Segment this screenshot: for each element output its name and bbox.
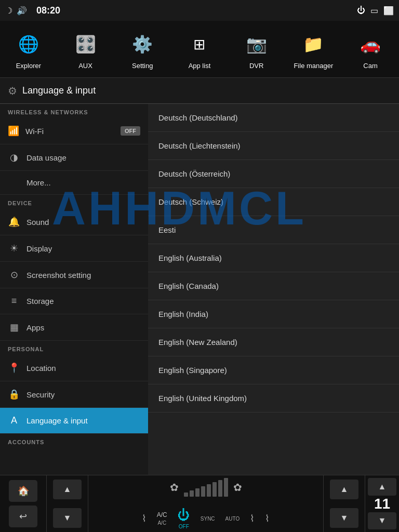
arrow-up-left[interactable]: ▲ [53, 480, 82, 499]
nav-buttons: 🏠 ↩ [0, 475, 47, 532]
power-label: OFF [179, 524, 189, 529]
security-label: Security [26, 390, 55, 399]
language-item-8[interactable]: English (New Zealand) [148, 328, 399, 356]
language-item-6[interactable]: English (Canada) [148, 272, 399, 300]
security-icon: 🔒 [8, 389, 20, 400]
filemanager-label: File manager [294, 62, 333, 70]
fan-left-icon: ✿ [170, 481, 179, 494]
bottom-bar: 🏠 ↩ ▲ ▼ ✿ ✿ ⌇ A/C [0, 475, 399, 532]
menu-item-language[interactable]: A Language & input [0, 408, 148, 434]
fan-bar-8 [224, 478, 228, 497]
sync-btn[interactable]: SYNC [201, 516, 215, 522]
menu-item-screenshot[interactable]: ⊙ Screenshot setting [0, 262, 148, 288]
speed-up-btn[interactable]: ▲ [368, 478, 396, 496]
datausage-label: Data usage [26, 153, 66, 162]
sync-label: SYNC [201, 516, 215, 522]
applist-label: App list [189, 62, 211, 70]
speaker-icon: 🔊 [17, 6, 27, 16]
arrow-down-right[interactable]: ▼ [330, 508, 358, 528]
cam-label: Cam [363, 62, 377, 70]
language-item-9[interactable]: English (Singapore) [148, 356, 399, 384]
settings-title: Language & input [22, 85, 96, 96]
storage-menu-icon: ≡ [8, 296, 20, 307]
menu-item-wifi[interactable]: 📶 Wi-Fi OFF [0, 118, 148, 144]
defrost-windshield-btn[interactable]: ⌇ [142, 513, 147, 524]
status-right-icons: ⏻ ▭ ⬜ [357, 6, 394, 16]
window-icon: ⬜ [383, 6, 394, 16]
app-aux[interactable]: 🎛️ AUX [62, 29, 109, 70]
menu-item-more[interactable]: More... [0, 171, 148, 195]
sound-label: Sound [26, 218, 49, 227]
app-applist[interactable]: ⊞ App list [176, 29, 223, 70]
speed-down-btn[interactable]: ▼ [368, 512, 396, 530]
display-icon: ☀ [8, 243, 20, 254]
cam-icon: 🚗 [355, 29, 386, 60]
menu-item-apps[interactable]: ▦ Apps [0, 314, 148, 341]
language-item-2[interactable]: Deutsch (Österreich) [148, 160, 399, 188]
sound-icon: 🔔 [8, 216, 20, 228]
defrost-rear-btn[interactable]: ⌇ [265, 513, 270, 524]
language-item-1[interactable]: Deutsch (Liechtenstein) [148, 132, 399, 160]
app-dvr[interactable]: 📷 DVR [233, 29, 280, 70]
home-button[interactable]: 🏠 [9, 480, 37, 502]
explorer-icon: 🌐 [13, 29, 44, 60]
language-item-5[interactable]: English (Australia) [148, 244, 399, 272]
section-wireless: WIRELESS & NETWORKS [0, 104, 148, 118]
app-cam[interactable]: 🚗 Cam [347, 29, 394, 70]
app-explorer[interactable]: 🌐 Explorer [5, 29, 52, 70]
main-content: WIRELESS & NETWORKS 📶 Wi-Fi OFF ◑ Data u… [0, 104, 399, 475]
menu-item-sound[interactable]: 🔔 Sound [0, 209, 148, 235]
language-item-3[interactable]: Deutsch (Schweiz) [148, 188, 399, 216]
apps-icon: ▦ [8, 322, 20, 333]
right-panel: Deutsch (Deutschland) Deutsch (Liechtens… [148, 104, 399, 475]
power-center-icon: ⏻ [178, 508, 190, 522]
setting-label: Setting [132, 62, 153, 70]
moon-icon: ☽ [5, 6, 12, 16]
fan-bar-7 [218, 480, 222, 497]
menu-item-storage[interactable]: ≡ Storage [0, 288, 148, 314]
fan-right-icon: ✿ [233, 481, 242, 494]
wifi-toggle[interactable]: OFF [121, 126, 140, 136]
filemanager-icon: 📁 [298, 29, 329, 60]
back-button[interactable]: ↩ [9, 506, 37, 527]
fan-floor-btn[interactable]: ⌇ [250, 513, 255, 524]
settings-gear-icon: ⚙ [8, 85, 17, 97]
location-icon: 📍 [8, 362, 20, 374]
section-device: DEVICE [0, 195, 148, 209]
menu-item-datausage[interactable]: ◑ Data usage [0, 144, 148, 171]
language-item-0[interactable]: Deutsch (Deutschland) [148, 104, 399, 132]
fan-bar-6 [212, 482, 217, 497]
menu-item-display[interactable]: ☀ Display [0, 235, 148, 262]
app-filemanager[interactable]: 📁 File manager [290, 29, 337, 70]
section-accounts: ACCOUNTS [0, 434, 148, 448]
wifi-icon: 📶 [8, 125, 19, 137]
arrow-up-right[interactable]: ▲ [330, 480, 358, 499]
settings-header: ⚙ Language & input [0, 78, 399, 104]
defrost-icon: ⌇ [142, 513, 147, 524]
app-setting[interactable]: ⚙️ Setting [119, 29, 166, 70]
fan-floor-icon: ⌇ [250, 513, 255, 524]
ac-btn[interactable]: A/C A/C [157, 511, 167, 526]
status-left-icons: ☽ 🔊 08:20 [5, 5, 60, 16]
language-item-10[interactable]: English (United Kingdom) [148, 384, 399, 413]
language-item-7[interactable]: English (India) [148, 300, 399, 328]
fan-bar-3 [195, 488, 200, 497]
fan-bar-4 [201, 486, 205, 497]
arrow-down-left[interactable]: ▼ [53, 508, 82, 528]
fan-row: ✿ ✿ [170, 478, 242, 497]
climate-controls: ⌇ A/C A/C ⏻ OFF SYNC AUTO ⌇ ⌇ [142, 508, 270, 529]
fan-bar-2 [190, 490, 194, 497]
auto-btn[interactable]: AUTO [225, 516, 240, 522]
status-bar: ☽ 🔊 08:20 ⏻ ▭ ⬜ [0, 0, 399, 21]
menu-item-security[interactable]: 🔒 Security [0, 381, 148, 408]
auto-label: AUTO [225, 516, 240, 522]
menu-item-location[interactable]: 📍 Location [0, 355, 148, 381]
power-center-btn[interactable]: ⏻ OFF [178, 508, 190, 529]
applist-icon: ⊞ [184, 29, 215, 60]
setting-icon: ⚙️ [127, 29, 158, 60]
language-item-4[interactable]: Eesti [148, 216, 399, 244]
speed-number: 11 [374, 496, 390, 512]
location-label: Location [26, 364, 56, 373]
fan-bar-1 [184, 493, 188, 497]
more-label: More... [26, 178, 51, 187]
